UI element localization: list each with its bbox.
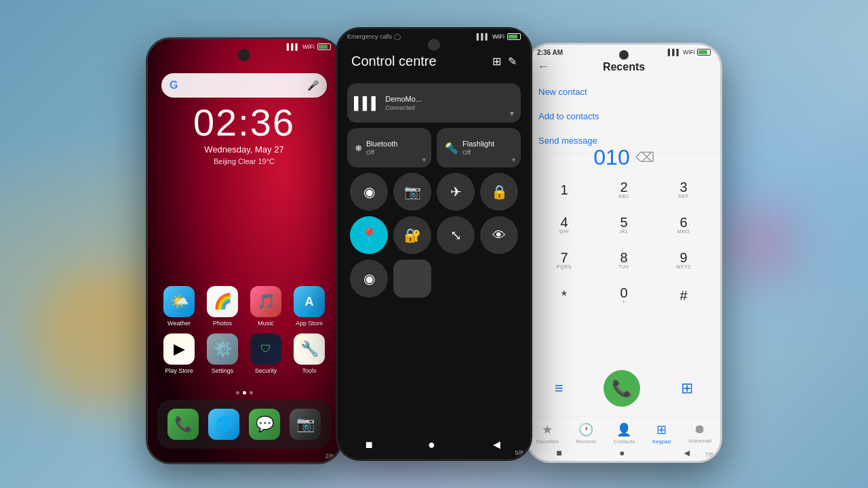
p3-page-indicator: 7/8: [705, 451, 713, 458]
app-playstore[interactable]: ▶ Play Store: [159, 333, 199, 374]
toggle-7[interactable]: ◉: [350, 260, 388, 298]
key-4[interactable]: 4 GHI: [540, 209, 589, 241]
flashlight-icon: 🔦: [445, 142, 458, 155]
dock-camera[interactable]: 📷: [290, 409, 321, 440]
signal-icon: ▌▌▌: [287, 43, 300, 50]
p3-nav-circle[interactable]: ●: [619, 447, 625, 458]
p3-nav-back[interactable]: ◄: [682, 447, 692, 458]
p3-header: ← Recents: [528, 61, 720, 73]
app-weather[interactable]: 🌤️ Weather: [159, 286, 199, 327]
p3-nav-bar: ■ ● ◄: [528, 447, 720, 458]
p3-list-icon[interactable]: ≡: [555, 380, 564, 397]
app-music[interactable]: 🎵 Music: [246, 286, 285, 327]
toggle-row-3: ◉: [347, 260, 521, 298]
p2-status-icons: ▌▌▌ WiFi: [477, 33, 521, 40]
key-9[interactable]: 9 WXYZ: [659, 244, 708, 277]
tab-contacts[interactable]: 👤 Contacts: [614, 422, 635, 445]
tab-keypad[interactable]: ⊞ Keypad: [652, 422, 671, 445]
toggle-2[interactable]: 📷: [393, 173, 431, 211]
toggle-eye[interactable]: 👁: [480, 216, 518, 254]
key-0-num: 0: [620, 286, 627, 300]
toggle-airplane[interactable]: ✈: [437, 173, 475, 211]
key-5[interactable]: 5 JKL: [599, 209, 648, 241]
p1-clock: 02:36: [148, 100, 340, 144]
dot-3: [250, 391, 253, 394]
key-2[interactable]: 2 ABC: [599, 174, 648, 206]
p3-dialed-number: 010: [593, 145, 629, 170]
voicemail-label: Voicemail: [688, 438, 711, 444]
key-5-alpha: JKL: [619, 229, 629, 234]
tile-row-1: ▌▌▌ DemoMo... Connected ▼: [347, 83, 521, 123]
p2-nav-square[interactable]: ■: [366, 438, 373, 452]
p3-action-bar: ≡ 📞 ⊞: [534, 370, 713, 407]
tile-small-1[interactable]: [393, 260, 431, 298]
settings-app-icon: ⚙️: [207, 333, 238, 365]
flashlight-status: Off: [462, 149, 494, 156]
new-contact-action[interactable]: New contact: [538, 80, 709, 104]
toggle-1[interactable]: ◉: [350, 173, 388, 211]
settings-app-label: Settings: [212, 367, 234, 374]
key-8-num: 8: [620, 251, 627, 264]
backspace-icon[interactable]: ⌫: [635, 149, 654, 165]
tab-favorites[interactable]: ★ Favorites: [536, 422, 559, 445]
app-photos[interactable]: 🌈 Photos: [203, 286, 242, 327]
key-6-num: 6: [679, 216, 687, 229]
key-row-2: 4 GHI 5 JKL 6 MNO: [534, 209, 713, 241]
key-6[interactable]: 6 MNO: [659, 209, 708, 241]
add-to-contacts-action[interactable]: Add to contacts: [538, 104, 709, 129]
p2-edit-icon[interactable]: ✎: [508, 55, 517, 68]
toggle-lock[interactable]: 🔒: [480, 173, 518, 211]
key-3[interactable]: 3 DEF: [659, 174, 708, 206]
p1-search-bar[interactable]: G 🎤: [161, 73, 327, 98]
weather-app-label: Weather: [167, 320, 191, 327]
app-tools[interactable]: 🔧 Tools: [290, 333, 329, 374]
p3-keypad-icon[interactable]: ⊞: [681, 380, 693, 397]
tile-bluetooth[interactable]: ⎈ Bluetooth Off ▼: [347, 128, 431, 167]
dock-browser[interactable]: 🌐: [208, 409, 239, 440]
toggle-location[interactable]: 📍: [350, 216, 388, 254]
p2-nav-circle[interactable]: ●: [428, 438, 435, 452]
dock-phone[interactable]: 📞: [167, 409, 199, 440]
key-star[interactable]: *: [540, 279, 589, 312]
p3-back-button[interactable]: ←: [537, 60, 549, 74]
p2-icon-1[interactable]: ⊞: [492, 55, 501, 68]
tile-flashlight[interactable]: 🔦 Flashlight Off ▼: [437, 128, 521, 167]
p3-keypad: 1 2 ABC 3 DEF 4 GHI 5 J: [534, 174, 713, 314]
tab-recents[interactable]: 🕐 Recents: [576, 422, 596, 445]
p2-nav-back[interactable]: ◄: [490, 438, 502, 452]
p3-nav-square[interactable]: ■: [556, 447, 561, 458]
key-7-num: 7: [560, 251, 568, 264]
key-hash[interactable]: #: [659, 279, 708, 312]
bluetooth-label: Bluetooth: [366, 140, 397, 148]
p2-battery-icon: [507, 33, 521, 40]
key-7[interactable]: 7 PQRS: [540, 244, 589, 277]
p3-call-button[interactable]: 📞: [604, 370, 640, 407]
app-appstore[interactable]: A App Store: [290, 286, 329, 327]
tile-network[interactable]: ▌▌▌ DemoMo... Connected ▼: [347, 83, 521, 123]
app-settings[interactable]: ⚙️ Settings: [203, 333, 242, 374]
p1-location-weather: Beijing Clear 19°C: [148, 157, 340, 165]
keypad-icon: ⊞: [656, 422, 667, 437]
p3-signal-icon: ▌▌▌: [668, 49, 681, 56]
p3-status-icons: ▌▌▌ WiFi: [668, 49, 711, 56]
key-row-1: 1 2 ABC 3 DEF: [534, 174, 713, 206]
key-7-alpha: PQRS: [557, 264, 572, 269]
toggle-expand[interactable]: ⤡: [437, 216, 475, 254]
key-8[interactable]: 8 TUV: [599, 244, 648, 277]
p2-camera: [428, 39, 440, 51]
p1-dock: 📞 🌐 💬 📷: [157, 400, 331, 449]
dock-messages[interactable]: 💬: [249, 409, 280, 440]
phone-1: ▌▌▌ WiFi G 🎤 02:36 Wednesday, May 27 Bei…: [146, 37, 342, 464]
bluetooth-icon: ⎈: [355, 142, 362, 154]
p2-title: Control centre: [351, 54, 437, 69]
key-1[interactable]: 1: [540, 174, 589, 206]
playstore-app-label: Play Store: [165, 367, 193, 374]
toggle-5[interactable]: 🔐: [393, 216, 431, 254]
appstore-app-icon: A: [294, 286, 325, 317]
app-security[interactable]: 🛡 Security: [246, 333, 285, 374]
tab-voicemail[interactable]: ⏺ Voicemail: [688, 422, 711, 444]
spacer-2: [480, 260, 518, 298]
voicemail-icon: ⏺: [694, 422, 706, 436]
key-0[interactable]: 0 +: [599, 279, 648, 312]
weather-app-icon: 🌤️: [163, 286, 195, 317]
